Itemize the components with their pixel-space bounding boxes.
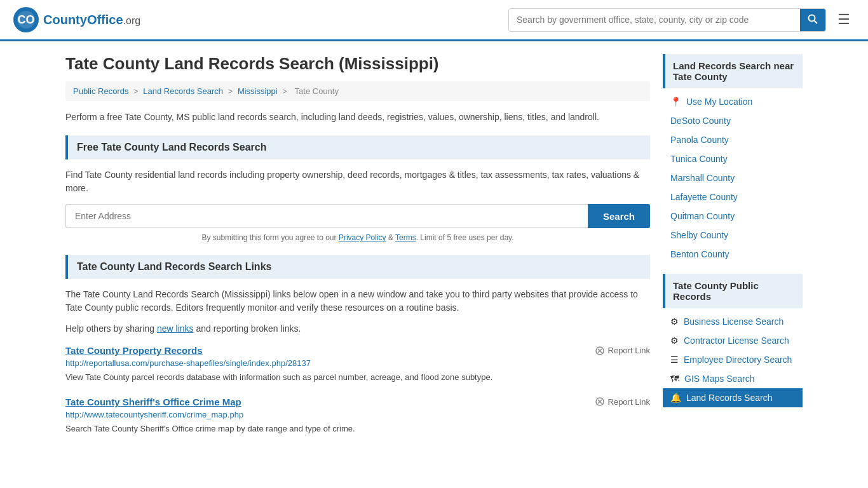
svg-line-4 bbox=[815, 20, 818, 24]
breadcrumb-land-records[interactable]: Land Records Search bbox=[143, 86, 223, 96]
public-records-section-title: Tate County Public Records bbox=[663, 274, 803, 308]
record-1-header: Tate County Property Records Report Link bbox=[65, 345, 650, 356]
right-sidebar: Land Records Search near Tate County 📍 U… bbox=[663, 54, 803, 447]
record-2-title[interactable]: Tate County Sheriff's Office Crime Map bbox=[65, 396, 241, 407]
location-icon: 📍 bbox=[670, 97, 681, 107]
search-icon bbox=[808, 14, 818, 24]
breadcrumb-public-records[interactable]: Public Records bbox=[73, 86, 128, 96]
links-section-heading: Tate County Land Records Search Links bbox=[65, 255, 650, 279]
privacy-policy-link[interactable]: Privacy Policy bbox=[339, 233, 386, 242]
public-record-employee-directory[interactable]: ☰ Employee Directory Search bbox=[663, 350, 803, 369]
svg-point-3 bbox=[809, 15, 815, 21]
nearby-lafayette[interactable]: Lafayette County bbox=[663, 187, 803, 207]
hamburger-menu-icon[interactable]: ☰ bbox=[832, 9, 855, 30]
record-2-url[interactable]: http://www.tatecountysheriff.com/crime_m… bbox=[65, 410, 650, 419]
map-icon: 🗺 bbox=[670, 374, 679, 384]
logo-icon: CO bbox=[13, 6, 39, 33]
breadcrumb: Public Records > Land Records Search > M… bbox=[65, 81, 650, 101]
list-icon: ☰ bbox=[670, 355, 679, 365]
new-links-note: Help others by sharing new links and rep… bbox=[65, 323, 650, 334]
use-my-location-link[interactable]: Use My Location bbox=[686, 97, 752, 107]
svg-text:CO: CO bbox=[18, 13, 35, 26]
nearby-benton[interactable]: Benton County bbox=[663, 245, 803, 264]
bell-icon: 🔔 bbox=[670, 393, 681, 403]
form-disclaimer: By submitting this form you agree to our… bbox=[65, 233, 650, 242]
terms-link[interactable]: Terms bbox=[395, 233, 416, 242]
breadcrumb-mississippi[interactable]: Mississippi bbox=[238, 86, 278, 96]
record-1-report-btn[interactable]: Report Link bbox=[595, 346, 650, 356]
free-search-heading: Free Tate County Land Records Search bbox=[65, 135, 650, 159]
nearby-shelby[interactable]: Shelby County bbox=[663, 226, 803, 245]
report-icon-2 bbox=[595, 396, 605, 407]
nearby-quitman[interactable]: Quitman County bbox=[663, 207, 803, 226]
record-1-url[interactable]: http://reportallusa.com/purchase-shapefi… bbox=[65, 358, 650, 368]
public-record-gis-maps[interactable]: 🗺 GIS Maps Search bbox=[663, 369, 803, 388]
nearby-marshall[interactable]: Marshall County bbox=[663, 168, 803, 187]
public-record-business-license[interactable]: ⚙ Business License Search bbox=[663, 312, 803, 331]
record-2-desc: Search Tate County Sheriff's Office crim… bbox=[65, 423, 650, 435]
report-link-label-1: Report Link bbox=[608, 346, 650, 355]
gear-icon-1: ⚙ bbox=[670, 316, 679, 327]
header: CO CountyOffice.org ☰ bbox=[0, 0, 868, 41]
global-search-input[interactable] bbox=[509, 10, 800, 30]
nearby-section-title: Land Records Search near Tate County bbox=[663, 54, 803, 88]
breadcrumb-tate-county: Tate County bbox=[295, 86, 339, 96]
search-form-description: Find Tate County residential land record… bbox=[65, 168, 650, 195]
new-links-link[interactable]: new links bbox=[157, 323, 194, 334]
nearby-panola[interactable]: Panola County bbox=[663, 130, 803, 149]
page-title: Tate County Land Records Search (Mississ… bbox=[65, 54, 650, 74]
nearby-tunica[interactable]: Tunica County bbox=[663, 149, 803, 168]
main-container: Tate County Land Records Search (Mississ… bbox=[53, 41, 815, 460]
nearby-section: Land Records Search near Tate County 📍 U… bbox=[663, 54, 803, 264]
use-my-location-item[interactable]: 📍 Use My Location bbox=[663, 92, 803, 111]
breadcrumb-sep-1: > bbox=[133, 86, 140, 96]
header-right: ☰ bbox=[508, 8, 855, 32]
record-1-desc: View Tate County parcel records database… bbox=[65, 371, 650, 384]
report-icon-1 bbox=[595, 346, 605, 356]
left-content: Tate County Land Records Search (Mississ… bbox=[65, 54, 650, 447]
logo-text: CountyOffice.org bbox=[43, 13, 140, 27]
page-description: Perform a free Tate County, MS public la… bbox=[65, 110, 650, 124]
address-search-row: Search bbox=[65, 204, 650, 228]
record-item-1: Tate County Property Records Report Link… bbox=[65, 345, 650, 384]
report-link-label-2: Report Link bbox=[608, 397, 650, 407]
record-2-header: Tate County Sheriff's Office Crime Map R… bbox=[65, 396, 650, 407]
search-button[interactable]: Search bbox=[588, 204, 650, 228]
address-input[interactable] bbox=[65, 204, 588, 228]
breadcrumb-sep-3: > bbox=[282, 86, 289, 96]
links-section-description: The Tate County Land Records Search (Mis… bbox=[65, 288, 650, 315]
gear-icon-2: ⚙ bbox=[670, 336, 679, 346]
breadcrumb-sep-2: > bbox=[228, 86, 235, 96]
record-1-title[interactable]: Tate County Property Records bbox=[65, 345, 203, 356]
public-record-land-records[interactable]: 🔔 Land Records Search bbox=[663, 388, 803, 407]
nearby-desoto[interactable]: DeSoto County bbox=[663, 111, 803, 130]
global-search-container bbox=[508, 8, 826, 32]
record-item-2: Tate County Sheriff's Office Crime Map R… bbox=[65, 396, 650, 435]
public-records-section: Tate County Public Records ⚙ Business Li… bbox=[663, 274, 803, 407]
public-record-contractor-license[interactable]: ⚙ Contractor License Search bbox=[663, 331, 803, 350]
global-search-button[interactable] bbox=[800, 9, 825, 31]
logo-area: CO CountyOffice.org bbox=[13, 6, 140, 33]
record-2-report-btn[interactable]: Report Link bbox=[595, 396, 650, 407]
